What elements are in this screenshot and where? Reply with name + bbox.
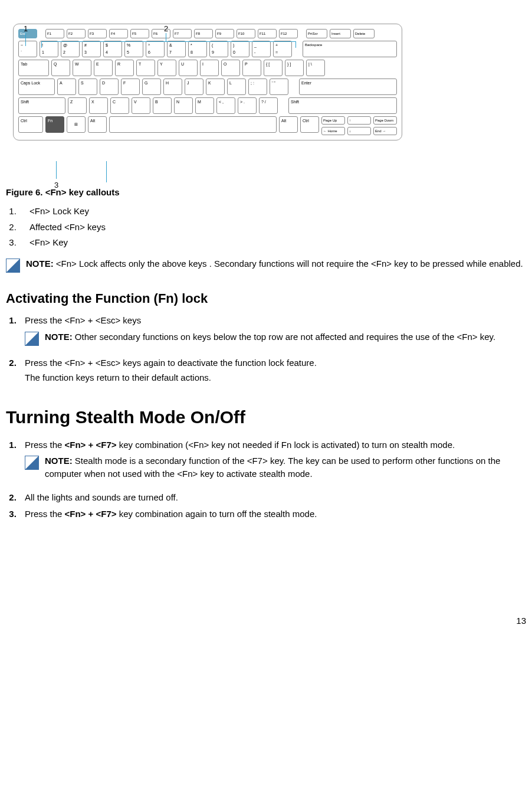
leader-line-1 (25, 33, 26, 46)
key-e: E (94, 60, 113, 76)
key-backspace: Backspace (303, 41, 397, 57)
key-l: L (227, 78, 246, 95)
key-insert: Insert (330, 29, 351, 38)
stealth-step-1: Press the <Fn> + <F7> key combination (<… (19, 439, 526, 480)
key-w: W (73, 60, 91, 76)
key-f3: F3 (88, 29, 107, 38)
key-f1: F1 (45, 29, 64, 38)
key-o: O (221, 60, 240, 76)
callout-list: <Fn> Lock Key Affected <Fn> keys <Fn> Ke… (6, 205, 526, 249)
note-text: NOTE: Stealth mode is a secondary functi… (45, 454, 526, 480)
key-m: M (195, 97, 214, 114)
key-p: P (242, 60, 261, 76)
key-u: U (179, 60, 198, 76)
stealth-step-2: All the lights and sounds are turned off… (19, 491, 526, 504)
key-down: ↓ (347, 127, 371, 135)
key-h: H (163, 78, 182, 95)
key-quote: ' " (270, 78, 288, 95)
key-lbracket: { [ (264, 60, 283, 76)
key-c: C (110, 97, 129, 114)
key-capslock: Caps Lock (18, 78, 55, 95)
key-r: R (115, 60, 134, 76)
key-k: K (206, 78, 225, 95)
key-v: V (132, 97, 150, 114)
key-up: ↑ (347, 116, 371, 125)
key-lctrl: Ctrl (18, 116, 43, 133)
key-x: X (89, 97, 108, 114)
note-secondary: NOTE: Other secondary functions on keys … (25, 331, 526, 346)
key-f2: F2 (67, 29, 86, 38)
key-z: Z (68, 97, 87, 114)
leader-line-2 (166, 33, 166, 41)
key-enter: Enter (299, 78, 397, 95)
callout-item-3: <Fn> Key (19, 236, 526, 249)
key-g: G (142, 78, 161, 95)
key-ralt: Alt (279, 116, 298, 133)
key-backslash: | \ (306, 60, 325, 76)
key-end: End → (373, 127, 397, 135)
key-f9: F9 (215, 29, 234, 38)
heading-activating-fn-lock: Activating the Function (Fn) lock (6, 289, 526, 308)
step-2-sub: The function keys return to their defaul… (25, 371, 526, 384)
note-stealth: NOTE: Stealth mode is a secondary functi… (25, 454, 526, 480)
note-icon (25, 332, 39, 346)
key-fn: Fn (45, 116, 64, 133)
figure-caption: Figure 6. <Fn> key callouts (6, 186, 526, 199)
key-j: J (185, 78, 203, 95)
key-space (109, 116, 277, 133)
key-b: B (153, 97, 172, 114)
steps-stealth-mode: Press the <Fn> + <F7> key combination (<… (6, 439, 526, 521)
callout-item-2: Affected <Fn> keys (19, 221, 526, 234)
leader-line-3 (56, 161, 57, 179)
key-a: A (57, 78, 76, 95)
nav-cluster: Page Up ↑ Page Down ← Home ↓ End → (321, 116, 397, 135)
note-text: NOTE: <Fn> Lock affects only the above k… (26, 257, 523, 270)
key-prtscr: PrtScr (306, 29, 327, 38)
step-1: Press the <Fn> + <Esc> keys NOTE: Other … (19, 314, 526, 346)
key-delete: Delete (353, 29, 375, 38)
bracket-line (41, 41, 296, 48)
callout-3: 3 (54, 180, 58, 191)
key-n: N (174, 97, 193, 114)
key-t: T (136, 60, 155, 76)
key-lshift: Shift (18, 97, 65, 114)
key-y: Y (157, 60, 176, 76)
note-icon (6, 259, 20, 273)
step-2: Press the <Fn> + <Esc> keys again to dea… (19, 356, 526, 385)
steps-activating-fn-lock: Press the <Fn> + <Esc> keys NOTE: Other … (6, 314, 526, 384)
key-f7: F7 (173, 29, 192, 38)
key-windows: ⊞ (67, 116, 86, 133)
key-tilde: ~` (18, 41, 37, 57)
key-d: D (100, 78, 119, 95)
key-f10: F10 (237, 29, 255, 38)
key-comma: < , (216, 97, 235, 114)
key-slash: ? / (259, 97, 278, 114)
key-q: Q (51, 60, 70, 76)
key-f5: F5 (130, 29, 149, 38)
key-s: S (78, 78, 97, 95)
callout-item-1: <Fn> Lock Key (19, 205, 526, 218)
key-f12: F12 (279, 29, 298, 38)
key-f11: F11 (258, 29, 277, 38)
key-lalt: Alt (88, 116, 107, 133)
key-rctrl: Ctrl (300, 116, 319, 133)
diagram-area: 1 2 Esc F1 F2 F3 F4 F5 F6 F7 F8 F9 F10 F… (6, 24, 526, 182)
key-f8: F8 (194, 29, 213, 38)
heading-stealth-mode: Turning Stealth Mode On/Off (6, 404, 526, 430)
key-tab: Tab (18, 60, 49, 76)
key-f4: F4 (109, 29, 128, 38)
key-period: > . (238, 97, 257, 114)
note-fnlock: NOTE: <Fn> Lock affects only the above k… (6, 257, 526, 273)
page-number: 13 (6, 614, 526, 627)
note-icon (25, 456, 39, 470)
note-text: NOTE: Other secondary functions on keys … (45, 331, 495, 344)
key-home: ← Home (321, 127, 345, 135)
stealth-step-3: Press the <Fn> + <F7> key combination ag… (19, 508, 526, 521)
key-semicolon: ; : (248, 78, 267, 95)
key-pgdn: Page Down (373, 116, 397, 125)
key-rbracket: } ] (285, 60, 304, 76)
key-pgup: Page Up (321, 116, 345, 125)
key-f: F (121, 78, 140, 95)
key-i: I (200, 60, 219, 76)
key-rshift: Shift (288, 97, 397, 114)
